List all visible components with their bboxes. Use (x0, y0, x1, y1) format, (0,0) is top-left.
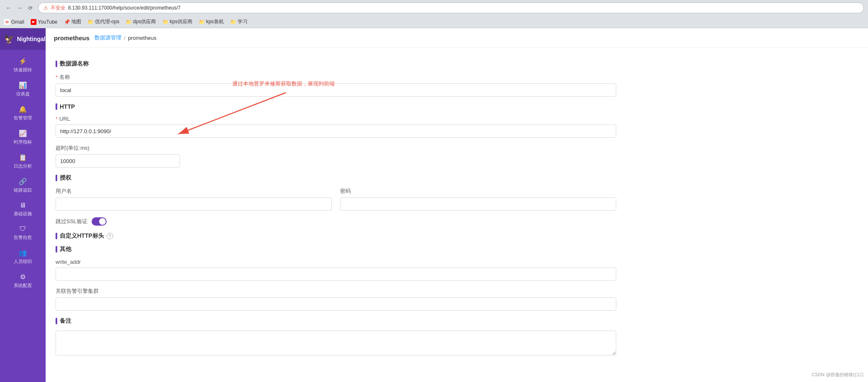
input-password[interactable] (340, 197, 616, 211)
youtube-icon: ▶ (31, 19, 36, 25)
sidebar-item-dashboard[interactable]: 📊 仪表盘 (0, 77, 46, 101)
section-title-custom-http: 自定义HTTP标头 (60, 232, 104, 240)
bookmark-youidaili-label: 优代理-ops (95, 18, 119, 25)
bookmark-dps[interactable]: 📁 dps供应商 (126, 18, 156, 25)
label-url: * URL (56, 116, 616, 122)
section-datasource-name: 数据源名称 (56, 60, 616, 68)
bookmark-gmail-label: Gmail (11, 19, 24, 25)
form-group-url: * URL (56, 116, 616, 138)
alert-mgmt-icon: 🔔 (19, 105, 27, 113)
input-name[interactable] (56, 83, 616, 97)
page-header: prometheus 数据源管理 / prometheus (46, 28, 868, 48)
sidebar-label-log: 日志分析 (14, 163, 32, 169)
section-bar-custom-http (56, 233, 57, 239)
section-bar-auth (56, 175, 57, 181)
label-url-text: URL (59, 116, 70, 122)
section-title-auth: 授权 (60, 174, 71, 182)
address-bar[interactable]: ⚠ 不安全 8.130.93.111:17000/help/source/edi… (38, 2, 864, 13)
bookmark-kps-install[interactable]: 📁 kps装机 (199, 18, 224, 25)
sidebar-item-alert-mgmt[interactable]: 🔔 告警管理 (0, 101, 46, 125)
browser-toolbar: ← → ⟳ ⚠ 不安全 8.130.93.111:17000/help/sour… (0, 0, 868, 16)
label-timeout: 超时(单位:ms) (56, 144, 616, 152)
form-group-timeout: 超时(单位:ms) (56, 144, 616, 168)
refresh-button[interactable]: ⟳ (26, 3, 35, 12)
auth-two-col: 用户名 密码 (56, 187, 616, 217)
label-skip-ssl: 跳过SSL验证 (56, 218, 88, 225)
log-icon: 📋 (19, 153, 27, 161)
url-text: 8.130.93.111:17000/help/source/edit/prom… (68, 5, 181, 11)
sys-config-icon: ⚙ (20, 273, 26, 281)
input-note[interactable] (56, 331, 616, 355)
sidebar: 🦅 Nightingale ⚡ 快速跳转 📊 仪表盘 🔔 告警管理 📈 时序指标… (0, 28, 46, 382)
map-bookmark-icon: 📌 (64, 19, 70, 25)
sidebar-label-infra: 基础设施 (14, 211, 32, 217)
bookmark-youdaili[interactable]: 📁 优代理-ops (88, 18, 119, 25)
infra-icon: 🖥 (19, 202, 26, 209)
breadcrumb-current: prometheus (128, 35, 156, 41)
sidebar-label-metrics: 时序指标 (14, 139, 32, 145)
sidebar-item-trace[interactable]: 🔗 链路追踪 (0, 173, 46, 197)
healing-icon: 🛡 (19, 225, 26, 233)
kps-install-icon: 📁 (199, 19, 205, 25)
section-http: HTTP (56, 103, 616, 110)
section-bar-other (56, 246, 57, 253)
form-group-name: * 名称 (56, 73, 616, 97)
form-group-username: 用户名 (56, 187, 332, 211)
bookmark-kps-supply-label: kps供应商 (170, 18, 192, 25)
input-url[interactable] (56, 124, 616, 138)
browser-chrome: ← → ⟳ ⚠ 不安全 8.130.93.111:17000/help/sour… (0, 0, 868, 28)
back-button[interactable]: ← (4, 3, 13, 12)
sidebar-item-quick-jump[interactable]: ⚡ 快速跳转 (0, 53, 46, 77)
sidebar-label-sys-config: 系统配置 (14, 282, 32, 289)
breadcrumb-link[interactable]: 数据源管理 (95, 34, 122, 41)
form-group-write-addr: write_addr (56, 259, 616, 281)
section-bar-http (56, 103, 57, 110)
study-icon: 📁 (231, 19, 236, 25)
sidebar-item-sys-config[interactable]: ⚙ 系统配置 (0, 269, 46, 293)
label-password: 密码 (340, 187, 616, 195)
form-container: 通过本地普罗米修斯获取数据，展现到前端 数据源名称 * (46, 48, 626, 372)
input-timeout[interactable] (56, 154, 180, 168)
sidebar-label-alert-mgmt: 告警管理 (14, 115, 32, 121)
input-write-addr[interactable] (56, 268, 616, 281)
logo-bird-icon: 🦅 (4, 34, 15, 44)
org-icon: 👥 (19, 249, 27, 257)
sidebar-label-dashboard: 仪表盘 (16, 91, 30, 97)
sidebar-item-metrics[interactable]: 📈 时序指标 (0, 125, 46, 149)
bookmark-youtube[interactable]: ▶ YouTube (31, 19, 57, 25)
bookmarks-bar: M Gmail ▶ YouTube 📌 地图 📁 优代理-ops 📁 dps供应… (0, 16, 868, 28)
bookmark-gmail[interactable]: M Gmail (4, 19, 24, 25)
input-alert-cluster[interactable] (56, 297, 616, 311)
bookmark-youtube-label: YouTube (38, 19, 57, 25)
main-content: prometheus 数据源管理 / prometheus 通过本地普罗米修斯获… (46, 28, 868, 382)
nav-buttons: ← → ⟳ (4, 3, 35, 12)
sidebar-item-log-analysis[interactable]: 📋 日志分析 (0, 149, 46, 173)
form-group-note (56, 331, 616, 357)
input-username[interactable] (56, 197, 332, 211)
bookmark-study[interactable]: 📁 学习 (231, 18, 248, 25)
label-timeout-text: 超时(单位:ms) (56, 144, 90, 152)
label-alert-cluster: 关联告警引擎集群 (56, 287, 616, 295)
sidebar-item-infra[interactable]: 🖥 基础设施 (0, 197, 46, 221)
sidebar-logo: 🦅 Nightingale (0, 28, 46, 50)
bookmark-map[interactable]: 📌 地图 (64, 18, 81, 25)
bookmark-kps-supply[interactable]: 📁 kps供应商 (163, 18, 192, 25)
toggle-skip-ssl[interactable] (92, 217, 107, 226)
section-custom-http: 自定义HTTP标头 ? (56, 232, 616, 240)
info-icon-custom-http[interactable]: ? (107, 233, 113, 239)
dashboard-icon: 📊 (19, 81, 27, 89)
security-warning-icon: ⚠ (44, 5, 48, 11)
trace-icon: 🔗 (19, 178, 27, 185)
logo-text: Nightingale (17, 36, 49, 42)
section-title-http: HTTP (60, 103, 75, 110)
bookmark-map-label: 地图 (71, 18, 81, 25)
bookmark-dps-label: dps供应商 (133, 18, 156, 25)
sidebar-label-healing: 告警自愈 (14, 234, 32, 241)
section-bar-datasource (56, 61, 57, 67)
sidebar-item-org[interactable]: 👥 人员组织 (0, 245, 46, 269)
app-layout: 🦅 Nightingale ⚡ 快速跳转 📊 仪表盘 🔔 告警管理 📈 时序指标… (0, 28, 868, 382)
dps-icon: 📁 (126, 19, 132, 25)
sidebar-item-alert-healing[interactable]: 🛡 告警自愈 (0, 221, 46, 245)
forward-button[interactable]: → (15, 3, 24, 12)
kps-supply-icon: 📁 (163, 19, 168, 25)
